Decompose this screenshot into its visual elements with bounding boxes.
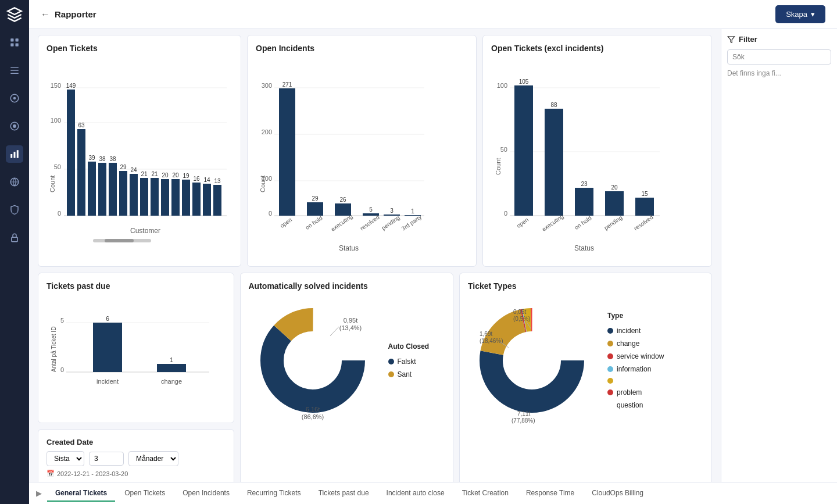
- svg-text:105: 105: [519, 78, 529, 85]
- shield-icon[interactable]: [6, 201, 23, 219]
- topbar-actions: Skapa ▾: [775, 5, 825, 23]
- auto-solved-title: Automatically solved incidents: [249, 281, 445, 291]
- tab-ticket-creation[interactable]: Ticket Creation: [454, 485, 517, 502]
- svg-text:20: 20: [611, 184, 618, 191]
- open-tickets-card: Open Tickets Count 150 100 50 0: [38, 35, 241, 267]
- tabs-prev-button[interactable]: ▶: [32, 487, 46, 501]
- legend-dot-change: [607, 341, 613, 346]
- open-tickets-y-label: Count: [49, 176, 56, 192]
- svg-text:38: 38: [109, 156, 116, 162]
- lock-icon[interactable]: [6, 229, 23, 246]
- tab-cloudops-billing[interactable]: CloudOps Billing: [584, 485, 652, 502]
- chart-bar-icon[interactable]: [6, 145, 23, 163]
- create-button[interactable]: Skapa ▾: [775, 5, 825, 23]
- tickets-past-due-title: Tickets past due: [46, 281, 226, 291]
- svg-text:13: 13: [214, 178, 221, 184]
- legend-problem: problem: [607, 388, 664, 396]
- bar-12: [192, 183, 201, 216]
- svg-rect-13: [17, 150, 19, 158]
- svg-text:149: 149: [66, 83, 76, 89]
- svg-text:39: 39: [88, 155, 95, 161]
- svg-text:29: 29: [312, 195, 319, 202]
- svg-text:16: 16: [193, 176, 200, 182]
- svg-text:1: 1: [170, 357, 173, 363]
- top-charts-row: Open Tickets Count 150 100 50 0: [38, 35, 712, 267]
- svg-text:20: 20: [162, 172, 169, 178]
- legend-service-window: service window: [607, 352, 664, 360]
- tab-recurring-tickets[interactable]: Recurring Tickets: [239, 485, 309, 502]
- bar-13: [203, 184, 211, 216]
- svg-text:Status: Status: [574, 244, 594, 252]
- svg-text:5: 5: [60, 317, 64, 324]
- svg-text:21: 21: [141, 171, 148, 177]
- back-button[interactable]: ←: [41, 9, 50, 20]
- svg-rect-78: [605, 191, 624, 216]
- svg-text:3rd party: 3rd party: [400, 213, 423, 232]
- svg-text:Count: Count: [495, 158, 502, 175]
- svg-text:on hold: on hold: [573, 215, 592, 231]
- svg-text:21: 21: [151, 171, 158, 177]
- svg-rect-47: [279, 88, 295, 216]
- bar-1: [77, 129, 85, 216]
- tab-tickets-past-due[interactable]: Tickets past due: [310, 485, 377, 502]
- svg-text:100: 100: [497, 82, 507, 89]
- bottom-charts-row: Tickets past due Antal på Ticket ID 5 0 …: [38, 273, 712, 482]
- svg-text:6: 6: [106, 316, 109, 322]
- svg-marker-112: [728, 36, 735, 42]
- page-title: Rapporter: [55, 9, 96, 19]
- svg-text:20: 20: [172, 172, 179, 178]
- bar-2: [88, 162, 96, 216]
- svg-text:0,95t: 0,95t: [343, 317, 357, 324]
- tab-incident-auto-close[interactable]: Incident auto close: [378, 485, 453, 502]
- legend-dot-problem: [607, 389, 613, 395]
- open-tickets-excl-title: Open Tickets (excl incidents): [491, 44, 703, 53]
- open-tickets-title: Open Tickets: [46, 44, 233, 53]
- list-icon[interactable]: [6, 62, 23, 79]
- globe-icon[interactable]: [6, 173, 23, 191]
- circle-dash-icon[interactable]: [6, 117, 23, 135]
- breadcrumb: ← Rapporter: [41, 9, 96, 20]
- svg-text:14: 14: [203, 177, 210, 183]
- grid-icon[interactable]: [6, 34, 23, 51]
- ticket-types-title: Ticket Types: [468, 281, 703, 291]
- svg-text:0: 0: [58, 210, 61, 217]
- svg-text:0,05t: 0,05t: [513, 309, 526, 315]
- date-filter-card: Created Date Sista Månader 📅: [38, 429, 234, 482]
- sidebar: [0, 0, 29, 504]
- tab-response-time[interactable]: Response Time: [518, 485, 582, 502]
- open-incidents-card: Open Incidents Count 300 200 100 0 271: [247, 35, 477, 267]
- svg-rect-11: [10, 154, 12, 158]
- ticket-types-legend: Type incident change servi: [607, 312, 664, 409]
- svg-text:incident: incident: [96, 378, 119, 385]
- svg-text:7,11t: 7,11t: [517, 410, 530, 417]
- svg-text:88: 88: [550, 102, 557, 108]
- tab-general-tickets[interactable]: General Tickets: [47, 485, 115, 502]
- svg-text:(18,46%): (18,46%): [480, 338, 503, 344]
- filter-search-input[interactable]: [727, 49, 831, 65]
- svg-text:pending: pending: [603, 214, 623, 231]
- legend-change: change: [607, 339, 664, 348]
- auto-solved-legend: Auto Closed Falskt Sant: [388, 342, 430, 378]
- svg-text:(86,6%): (86,6%): [301, 413, 324, 420]
- period-unit-select[interactable]: Månader: [128, 451, 178, 466]
- svg-point-10: [13, 124, 16, 128]
- content-area: Open Tickets Count 150 100 50 0: [29, 29, 837, 482]
- svg-text:Antal på Ticket ID: Antal på Ticket ID: [51, 327, 57, 372]
- compass-icon[interactable]: [6, 90, 23, 107]
- period-select[interactable]: Sista: [46, 451, 84, 466]
- svg-text:100: 100: [51, 117, 61, 124]
- bar-14: [213, 185, 221, 216]
- svg-text:100: 100: [262, 175, 272, 182]
- open-tickets-excl-chart: Count 100 50 0 105 88: [491, 59, 703, 256]
- svg-text:open: open: [516, 216, 530, 229]
- auto-solved-donut-container: 0,95t (13,4%) 6,16t (86,6%) Auto Closed: [249, 296, 445, 424]
- legend-incident: incident: [607, 327, 664, 335]
- bar-4: [109, 163, 117, 216]
- main-content: ← Rapporter Skapa ▾ Open Tickets Count: [29, 0, 837, 504]
- period-value[interactable]: [89, 452, 124, 466]
- tab-open-tickets[interactable]: Open Tickets: [116, 485, 173, 502]
- tab-open-incidents[interactable]: Open Incidents: [174, 485, 238, 502]
- svg-text:150: 150: [51, 82, 61, 89]
- legend-question: question: [607, 401, 664, 409]
- svg-text:open: open: [279, 216, 294, 229]
